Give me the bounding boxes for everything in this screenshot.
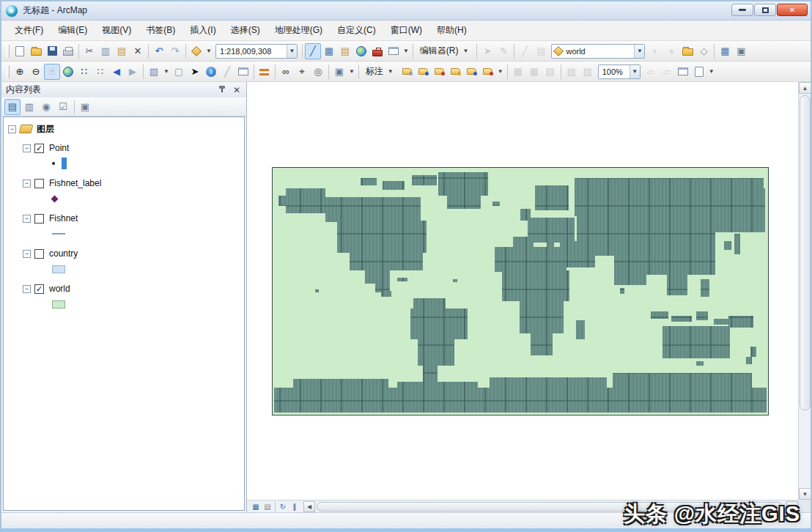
clear-selection-icon[interactable]: ▢ <box>171 64 187 80</box>
expander-icon[interactable]: − <box>23 215 31 223</box>
label-manager-icon[interactable] <box>399 64 416 80</box>
scroll-up-icon[interactable]: ▲ <box>799 82 811 94</box>
hyperlink-icon[interactable]: ╱ <box>219 64 235 80</box>
pause-labeling-icon[interactable] <box>464 64 480 80</box>
html-popup-icon[interactable] <box>235 64 251 80</box>
identify-icon[interactable]: i <box>203 64 219 80</box>
map-scale-combo-dropdown-icon[interactable]: ▼ <box>287 45 297 58</box>
arctoolbox-icon[interactable] <box>369 43 385 59</box>
layout-zoom-combo[interactable]: 100%▼ <box>598 64 641 79</box>
create-viewer-window-icon[interactable]: ▣ <box>331 64 347 80</box>
layer-row-fishnet_label[interactable]: −Fishnet_label <box>5 176 243 191</box>
data-view-button[interactable]: ▦ <box>250 501 262 512</box>
table-window-icon[interactable]: ▦ <box>321 43 337 59</box>
circle-tool-icon[interactable]: ● <box>663 43 679 59</box>
layer-group-row[interactable]: −图层 <box>5 122 243 136</box>
find-icon[interactable]: ∞ <box>278 64 294 80</box>
edit-annotation-tool-icon[interactable]: ✎ <box>495 43 512 59</box>
back-extent-icon[interactable]: ◀ <box>108 64 125 80</box>
expander-icon[interactable]: − <box>23 285 31 293</box>
expander-icon[interactable]: − <box>8 125 16 133</box>
layout-toggle-mode-icon[interactable]: ▱ <box>643 64 659 80</box>
scroll-down-icon[interactable]: ▼ <box>799 488 811 500</box>
add-data-icon[interactable] <box>188 43 204 59</box>
layout-change-layout-icon[interactable] <box>691 64 707 80</box>
layout-focus-data-frame-icon[interactable] <box>675 64 691 80</box>
layer-row-country[interactable]: −country <box>5 246 243 261</box>
add-data-caret[interactable]: ▼ <box>204 48 213 54</box>
layout-zoom-whole-page-icon[interactable]: ▦ <box>510 64 526 80</box>
menu-item-10[interactable]: 帮助(H) <box>429 21 474 40</box>
layer-symbol-world[interactable] <box>5 296 243 312</box>
select-elements-icon[interactable]: ➤ <box>187 64 203 80</box>
go-to-xy-icon[interactable]: ⌖ <box>294 64 310 80</box>
vertical-scroll-thumb[interactable] <box>800 95 811 410</box>
undo-icon[interactable]: ↶ <box>151 43 167 59</box>
layer-row-point[interactable]: −✓Point <box>5 141 243 155</box>
tools-overflow-caret[interactable]: ▼ <box>347 68 356 75</box>
copy-icon[interactable]: ▥ <box>97 43 114 59</box>
list-by-drawing-order-button[interactable]: ▤ <box>4 99 21 115</box>
feature-template-combo[interactable]: world▼ <box>551 44 645 59</box>
open-folder-icon[interactable] <box>28 43 44 59</box>
lock-labels-icon[interactable] <box>448 64 464 80</box>
pin-panel-icon[interactable] <box>217 85 227 95</box>
map-document-area[interactable]: ▲ ▼ ▦▤↻∥ ◀ ▶ <box>247 82 811 512</box>
layout-draft-mode-icon[interactable]: ▱ <box>659 64 675 80</box>
layer-checkbox-fishnet[interactable] <box>34 214 44 223</box>
layer-symbol-point[interactable] <box>5 155 243 171</box>
layout-zoom-page-width-icon[interactable]: ▦ <box>526 64 542 80</box>
toc-close-icon[interactable]: ✕ <box>232 85 242 95</box>
layer-checkbox-country[interactable] <box>34 249 44 259</box>
list-by-source-button[interactable]: ▥ <box>21 99 37 115</box>
map-data-frame[interactable] <box>272 167 769 415</box>
straight-segment-icon[interactable]: ╱ <box>517 43 533 59</box>
zoom-out-icon[interactable]: ⊖ <box>28 64 44 80</box>
menu-item-2[interactable]: 编辑(E) <box>51 21 95 40</box>
unselect-tool-icon[interactable]: ◐ <box>647 43 663 59</box>
attributes-window-icon[interactable]: ▦ <box>717 43 733 59</box>
list-by-visibility-button[interactable]: ◉ <box>38 99 54 115</box>
view-unplaced-labels-icon[interactable] <box>480 64 496 80</box>
new-document-icon[interactable] <box>12 43 28 59</box>
search-window-icon[interactable] <box>353 43 369 59</box>
menu-item-3[interactable]: 视图(V) <box>95 21 139 40</box>
layer-symbol-fishnet[interactable] <box>5 226 243 242</box>
title-bar[interactable]: 无标题 - ArcMap ✕ <box>1 1 811 21</box>
sketch-properties-icon[interactable]: ▤ <box>533 43 549 59</box>
expander-icon[interactable]: − <box>23 180 31 188</box>
snapping-icon[interactable]: ▣ <box>733 43 749 59</box>
layout-zoom-combo-dropdown-icon[interactable]: ▼ <box>630 65 640 78</box>
layout-fixed-zoom-out-icon[interactable]: ▨ <box>580 64 596 80</box>
menu-item-5[interactable]: 插入(I) <box>182 21 223 40</box>
menu-item-8[interactable]: 自定义(C) <box>330 21 383 40</box>
layer-checkbox-world[interactable]: ✓ <box>34 284 44 294</box>
menu-item-7[interactable]: 地理处理(G) <box>267 21 330 40</box>
standard-overflow-caret[interactable]: ▼ <box>402 48 410 54</box>
list-by-selection-button[interactable]: ☑ <box>55 99 71 115</box>
layer-checkbox-point[interactable]: ✓ <box>34 144 44 153</box>
tools-more-caret[interactable]: ▼ <box>707 68 716 75</box>
toc-options-button[interactable]: ▣ <box>77 99 93 115</box>
redo-icon[interactable]: ↷ <box>167 43 183 59</box>
forward-extent-icon[interactable]: ▶ <box>125 64 141 80</box>
expander-icon[interactable]: − <box>23 144 31 152</box>
layout-fixed-zoom-in-icon[interactable]: ▧ <box>564 64 580 80</box>
menu-item-4[interactable]: 书签(B) <box>139 21 182 40</box>
delete-icon[interactable]: ✕ <box>130 43 146 59</box>
find-route-icon[interactable]: ◎ <box>310 64 326 80</box>
paste-icon[interactable]: ▤ <box>114 43 130 59</box>
zoom-in-icon[interactable]: ⊕ <box>12 64 28 80</box>
minimize-button[interactable] <box>731 4 753 16</box>
cut-icon[interactable]: ✂ <box>81 43 97 59</box>
full-extent-icon[interactable] <box>60 64 76 80</box>
vertical-scrollbar[interactable]: ▲ ▼ <box>798 82 811 500</box>
python-window-icon[interactable] <box>385 43 402 59</box>
menu-item-6[interactable]: 选择(S) <box>224 21 267 40</box>
print-icon[interactable] <box>60 43 76 59</box>
fixed-zoom-in-icon[interactable]: ∷ <box>76 64 92 80</box>
pause-drawing-button[interactable]: ∥ <box>289 501 300 512</box>
edit-tool-icon[interactable]: ➤ <box>479 43 495 59</box>
organize-templates-icon[interactable] <box>679 43 695 59</box>
layer-row-fishnet[interactable]: −Fishnet <box>5 211 243 226</box>
